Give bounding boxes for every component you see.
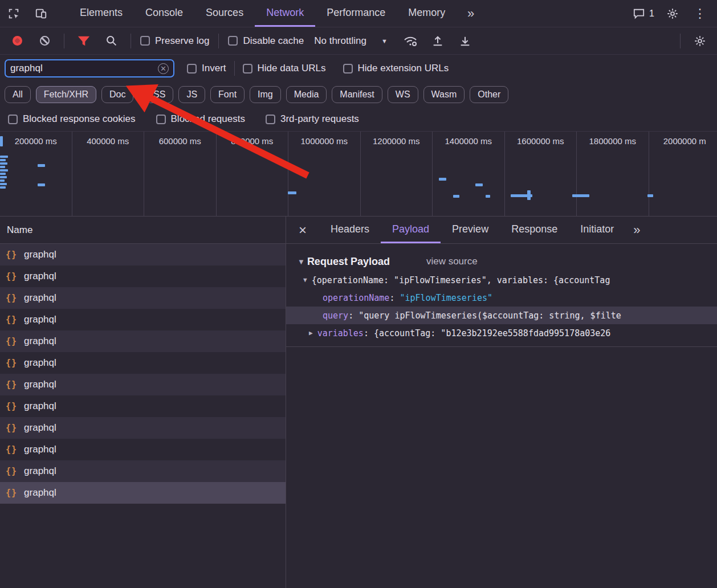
request-row[interactable]: {}graphql	[0, 244, 286, 266]
detail-tab-payload[interactable]: Payload	[381, 217, 441, 243]
network-filter-input-wrap: ✕	[5, 59, 174, 77]
export-har-icon[interactable]	[451, 27, 479, 54]
type-pill-other[interactable]: Other	[470, 86, 508, 103]
request-type-filters: AllFetch/XHRDocCSSJSFontImgMediaManifest…	[0, 82, 717, 107]
invert-checkbox[interactable]: Invert	[187, 63, 226, 74]
type-pill-js[interactable]: JS	[178, 86, 205, 103]
detail-more-tabs-icon[interactable]: »	[625, 217, 647, 243]
network-filter-input[interactable]	[10, 63, 158, 74]
hide-data-urls-checkbox[interactable]: Hide data URLs	[243, 63, 326, 74]
close-detail-icon[interactable]: ×	[286, 217, 319, 243]
payload-tab-body: ▼ Request Payload view source ▼ {operati…	[286, 244, 717, 588]
console-messages-icon[interactable]	[625, 0, 653, 27]
network-settings-gear-icon[interactable]	[686, 27, 714, 54]
tab-network[interactable]: Network	[255, 0, 315, 27]
tab-memory[interactable]: Memory	[397, 0, 457, 27]
json-braces-icon: {}	[6, 379, 17, 390]
hide-extension-urls-checkbox[interactable]: Hide extension URLs	[343, 63, 449, 74]
clear-filter-icon[interactable]: ✕	[158, 63, 169, 74]
filter-icon[interactable]	[70, 27, 97, 54]
preserve-log-checkbox[interactable]: Preserve log	[140, 35, 209, 47]
messages-count-badge: 1	[649, 9, 654, 19]
blocked-requests-checkbox[interactable]: Blocked requests	[156, 113, 245, 125]
extra-filter-checkboxes: Blocked response cookiesBlocked requests…	[0, 107, 717, 131]
inspect-element-icon[interactable]	[0, 0, 27, 27]
json-braces-icon: {}	[6, 358, 17, 368]
detail-tab-response[interactable]: Response	[500, 217, 569, 243]
type-pill-css[interactable]: CSS	[138, 86, 173, 103]
request-row[interactable]: {}graphql	[0, 309, 286, 330]
request-row[interactable]: {}graphql	[0, 417, 286, 439]
request-table-panel: Name {}graphql{}graphql{}graphql{}graphq…	[0, 217, 286, 588]
type-pill-doc[interactable]: Doc	[101, 86, 133, 103]
chevron-down-icon: ▼	[381, 38, 388, 44]
throttling-select[interactable]: No throttling ▼	[314, 35, 388, 47]
disable-cache-checkbox[interactable]: Disable cache	[228, 35, 304, 47]
type-pill-wasm[interactable]: Wasm	[423, 86, 465, 103]
waterfall-bar	[572, 194, 589, 197]
filter-row: ✕ Invert Hide data URLs Hide extension U…	[0, 55, 717, 82]
more-tabs-icon[interactable]: »	[457, 0, 484, 27]
settings-gear-icon[interactable]	[659, 0, 686, 27]
type-pill-media[interactable]: Media	[286, 86, 327, 103]
waterfall-bar	[0, 162, 7, 165]
request-name: graphql	[24, 422, 56, 434]
type-pill-img[interactable]: Img	[250, 86, 281, 103]
json-braces-icon: {}	[6, 423, 17, 433]
payload-row-variables[interactable]: ▶ variables: {accountTag: "b12e3b2192ee5…	[286, 324, 717, 342]
type-pill-ws[interactable]: WS	[388, 86, 418, 103]
expand-variables-icon[interactable]: ▶	[309, 329, 313, 337]
blocked-response-cookies-checkbox[interactable]: Blocked response cookies	[8, 113, 136, 125]
main-tabs: ElementsConsoleSourcesNetworkPerformance…	[68, 0, 457, 27]
waterfall-bar	[527, 190, 531, 200]
view-source-link[interactable]: view source	[426, 256, 478, 267]
network-main-area: Name {}graphql{}graphql{}graphql{}graphq…	[0, 217, 717, 588]
request-row[interactable]: {}graphql	[0, 374, 286, 395]
search-icon[interactable]	[97, 27, 125, 54]
payload-row-operationname[interactable]: operationName: "ipFlowTimeseries"	[286, 289, 717, 307]
request-row[interactable]: {}graphql	[0, 439, 286, 460]
kebab-menu-icon[interactable]: ⋮	[686, 0, 714, 27]
tab-performance[interactable]: Performance	[315, 0, 397, 27]
disable-cache-checkbox-box[interactable]	[228, 36, 238, 46]
type-pill-font[interactable]: Font	[210, 86, 245, 103]
clear-network-log-button[interactable]	[31, 27, 58, 54]
timeline-bars	[0, 132, 717, 216]
detail-tab-initiator[interactable]: Initiator	[569, 217, 625, 243]
type-pill-all[interactable]: All	[5, 86, 31, 103]
tab-elements[interactable]: Elements	[68, 0, 134, 27]
request-row[interactable]: {}graphql	[0, 266, 286, 287]
request-row[interactable]: {}graphql	[0, 395, 286, 417]
payload-row-query[interactable]: query: "query ipFlowTimeseries($accountT…	[286, 307, 717, 324]
tab-console[interactable]: Console	[134, 0, 194, 27]
collapse-root-icon[interactable]: ▼	[303, 276, 307, 284]
request-name: graphql	[24, 487, 56, 499]
type-pill-fetch-xhr[interactable]: Fetch/XHR	[36, 86, 96, 103]
name-column-header[interactable]: Name	[0, 217, 286, 244]
request-name: graphql	[24, 401, 56, 412]
type-pill-manifest[interactable]: Manifest	[332, 86, 382, 103]
record-network-log-button[interactable]	[3, 27, 31, 54]
waterfall-bar	[0, 156, 8, 158]
request-row[interactable]: {}graphql	[0, 287, 286, 309]
request-row[interactable]: {}graphql	[0, 482, 286, 504]
payload-section-title: Request Payload	[307, 256, 390, 268]
tab-sources[interactable]: Sources	[194, 0, 255, 27]
request-row[interactable]: {}graphql	[0, 460, 286, 482]
request-row[interactable]: {}graphql	[0, 352, 286, 374]
3rd-party-requests-checkbox[interactable]: 3rd-party requests	[266, 113, 359, 125]
network-conditions-icon[interactable]	[397, 27, 424, 54]
request-row[interactable]: {}graphql	[0, 330, 286, 352]
import-har-icon[interactable]	[424, 27, 451, 54]
collapse-payload-icon[interactable]: ▼	[298, 258, 305, 266]
detail-tab-preview[interactable]: Preview	[441, 217, 500, 243]
waterfall-bar	[0, 159, 6, 161]
waterfall-bar	[0, 136, 3, 146]
devtools-tabbar: ElementsConsoleSourcesNetworkPerformance…	[0, 0, 717, 27]
request-name: graphql	[24, 314, 56, 325]
detail-tab-headers[interactable]: Headers	[319, 217, 381, 243]
payload-root-row[interactable]: ▼ {operationName: "ipFlowTimeseries", va…	[286, 271, 717, 289]
preserve-log-checkbox-box[interactable]	[140, 36, 150, 46]
device-toolbar-icon[interactable]	[27, 0, 55, 27]
network-overview-timeline[interactable]: 200000 ms400000 ms600000 ms800000 ms1000…	[0, 131, 717, 217]
